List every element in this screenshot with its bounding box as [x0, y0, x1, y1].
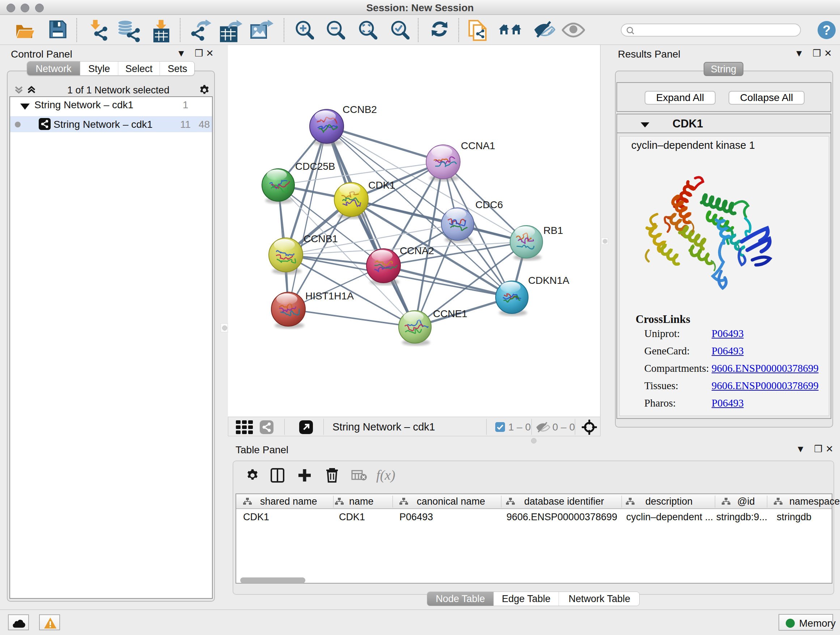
- svg-text:CDC6: CDC6: [475, 199, 503, 211]
- svg-text:CCNA1: CCNA1: [461, 140, 495, 151]
- svg-text:CDC25B: CDC25B: [295, 161, 335, 172]
- svg-text:RB1: RB1: [543, 225, 563, 236]
- svg-text:HIST1H1A: HIST1H1A: [305, 290, 354, 302]
- svg-text:CDKN1A: CDKN1A: [528, 275, 569, 286]
- svg-text:CCNE1: CCNE1: [433, 308, 467, 319]
- svg-text:CCNB2: CCNB2: [343, 104, 377, 115]
- svg-text:CCNA2: CCNA2: [400, 245, 434, 256]
- svg-text:CDK1: CDK1: [368, 180, 395, 191]
- svg-text:CCNB1: CCNB1: [303, 233, 338, 244]
